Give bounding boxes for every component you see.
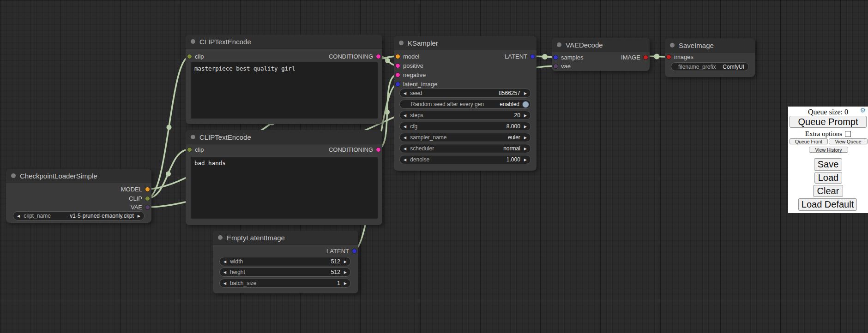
view-history-button[interactable]: View History <box>809 147 848 153</box>
input-clip: clip <box>187 52 204 60</box>
widget-ckpt-name[interactable]: ◀ ckpt_name v1-5-pruned-emaonly.ckpt ▶ <box>13 211 145 220</box>
node-ksampler[interactable]: KSampler model positive negative latent_… <box>394 36 536 171</box>
input-positive: positive <box>395 61 423 70</box>
port-label: LATENT <box>326 248 349 255</box>
input-model: model <box>395 52 419 60</box>
increment-arrow-icon[interactable]: ▶ <box>134 214 144 218</box>
graph-canvas[interactable]: CheckpointLoaderSimple MODEL CLIP VAE ◀ … <box>0 0 868 333</box>
collapse-dot[interactable] <box>218 235 223 240</box>
widget-scheduler[interactable]: ◀ scheduler normal ▶ <box>399 144 531 153</box>
port-latent-dot[interactable] <box>530 54 535 59</box>
port-conditioning-dot[interactable] <box>395 72 400 77</box>
port-image-dot[interactable] <box>666 54 671 59</box>
node-clip-text-encode-negative[interactable]: CLIPTextEncode clip CONDITIONING bad han… <box>186 130 382 225</box>
collapse-dot[interactable] <box>191 39 195 44</box>
node-title-bar[interactable]: CLIPTextEncode <box>186 35 382 49</box>
widget-random-seed-toggle[interactable]: Random seed after every gen enabled <box>399 100 531 109</box>
increment-arrow-icon[interactable]: ▶ <box>340 281 350 285</box>
decrement-arrow-icon[interactable]: ◀ <box>220 281 230 285</box>
node-title: CheckpointLoaderSimple <box>20 172 97 180</box>
port-label: IMAGE <box>621 54 640 61</box>
decrement-arrow-icon[interactable]: ◀ <box>400 158 410 162</box>
increment-arrow-icon[interactable]: ▶ <box>520 136 530 140</box>
node-title-bar[interactable]: KSampler <box>394 36 536 50</box>
widget-batch-size[interactable]: ◀ batch_size 1 ▶ <box>219 279 351 288</box>
widget-label: cfg <box>410 123 417 130</box>
widget-steps[interactable]: ◀ steps 20 ▶ <box>399 111 531 120</box>
port-clip-dot[interactable] <box>145 196 150 201</box>
decrement-arrow-icon[interactable]: ◀ <box>400 136 410 140</box>
extra-options-checkbox[interactable] <box>845 131 851 137</box>
port-conditioning-dot[interactable] <box>395 63 400 68</box>
increment-arrow-icon[interactable]: ▶ <box>520 91 530 95</box>
input-vae: vae <box>553 62 571 70</box>
port-clip-dot[interactable] <box>187 54 192 59</box>
load-default-button[interactable]: Load Default <box>798 198 857 211</box>
node-save-image[interactable]: SaveImage images filename_prefix ComfyUI <box>665 38 755 77</box>
collapse-dot[interactable] <box>191 135 195 139</box>
node-empty-latent-image[interactable]: EmptyLatentImage LATENT ◀ width 512 ▶ ◀ … <box>213 231 358 293</box>
increment-arrow-icon[interactable]: ▶ <box>520 125 530 129</box>
widget-cfg[interactable]: ◀ cfg 8.000 ▶ <box>399 122 531 131</box>
node-title-bar[interactable]: SaveImage <box>665 38 755 53</box>
port-label: vae <box>561 63 571 70</box>
increment-arrow-icon[interactable]: ▶ <box>520 113 530 118</box>
load-button[interactable]: Load <box>814 172 842 184</box>
port-model-dot[interactable] <box>395 54 400 59</box>
increment-arrow-icon[interactable]: ▶ <box>340 270 350 274</box>
widget-seed[interactable]: ◀ seed 8566257 ▶ <box>399 89 531 98</box>
positive-prompt-textarea[interactable]: masterpiece best quality girl <box>191 62 378 119</box>
port-latent-dot[interactable] <box>352 249 357 254</box>
widget-height[interactable]: ◀ height 512 ▶ <box>219 268 351 277</box>
toggle-enabled-dot[interactable] <box>522 101 529 108</box>
node-checkpoint-loader[interactable]: CheckpointLoaderSimple MODEL CLIP VAE ◀ … <box>6 169 151 223</box>
port-image-dot[interactable] <box>643 55 648 60</box>
port-label: model <box>403 53 419 60</box>
port-clip-dot[interactable] <box>187 147 192 152</box>
node-title-bar[interactable]: CLIPTextEncode <box>186 130 382 144</box>
view-queue-button[interactable]: View Queue <box>829 138 868 144</box>
widget-label: seed <box>410 90 422 96</box>
decrement-arrow-icon[interactable]: ◀ <box>220 260 230 264</box>
collapse-dot[interactable] <box>11 173 16 178</box>
decrement-arrow-icon[interactable]: ◀ <box>400 113 410 118</box>
port-latent-dot[interactable] <box>553 55 558 60</box>
node-title-bar[interactable]: CheckpointLoaderSimple <box>6 169 151 183</box>
queue-prompt-button[interactable]: Queue Prompt <box>790 116 867 128</box>
node-title-bar[interactable]: EmptyLatentImage <box>213 231 358 245</box>
clear-button[interactable]: Clear <box>813 185 843 197</box>
increment-arrow-icon[interactable]: ▶ <box>520 147 530 151</box>
increment-arrow-icon[interactable]: ▶ <box>520 158 530 162</box>
widget-denoise[interactable]: ◀ denoise 1.000 ▶ <box>399 155 531 164</box>
negative-prompt-textarea[interactable]: bad hands <box>191 157 378 219</box>
settings-gear-icon[interactable]: ⚙ <box>860 107 866 113</box>
collapse-dot[interactable] <box>399 41 404 45</box>
decrement-arrow-icon[interactable]: ◀ <box>13 214 24 218</box>
node-title-bar[interactable]: VAEDecode <box>552 38 650 52</box>
node-clip-text-encode-positive[interactable]: CLIPTextEncode clip CONDITIONING masterp… <box>186 35 382 124</box>
save-button[interactable]: Save <box>814 158 842 171</box>
wire-clip-to-negative <box>147 149 189 198</box>
decrement-arrow-icon[interactable]: ◀ <box>400 125 410 129</box>
widget-sampler-name[interactable]: ◀ sampler_name euler ▶ <box>399 133 531 142</box>
decrement-arrow-icon[interactable]: ◀ <box>220 270 230 274</box>
port-vae-dot[interactable] <box>553 64 558 69</box>
widget-width[interactable]: ◀ width 512 ▶ <box>219 257 351 266</box>
collapse-dot[interactable] <box>670 43 675 48</box>
port-conditioning-dot[interactable] <box>376 147 381 152</box>
widget-filename-prefix[interactable]: filename_prefix ComfyUI <box>671 62 749 71</box>
collapse-dot[interactable] <box>557 42 561 47</box>
port-model-dot[interactable] <box>145 187 150 192</box>
widget-value: 1 <box>337 280 340 286</box>
node-vae-decode[interactable]: VAEDecode samples vae IMAGE <box>552 38 650 71</box>
increment-arrow-icon[interactable]: ▶ <box>340 260 350 264</box>
port-conditioning-dot[interactable] <box>376 54 381 59</box>
decrement-arrow-icon[interactable]: ◀ <box>400 91 410 95</box>
widget-label: sampler_name <box>410 134 446 141</box>
widget-value: v1-5-pruned-emaonly.ckpt <box>70 213 134 219</box>
port-label: LATENT <box>505 53 527 60</box>
queue-front-button[interactable]: Queue Front <box>790 138 828 144</box>
port-latent-dot[interactable] <box>395 82 400 87</box>
port-vae-dot[interactable] <box>145 205 150 210</box>
decrement-arrow-icon[interactable]: ◀ <box>400 147 410 151</box>
